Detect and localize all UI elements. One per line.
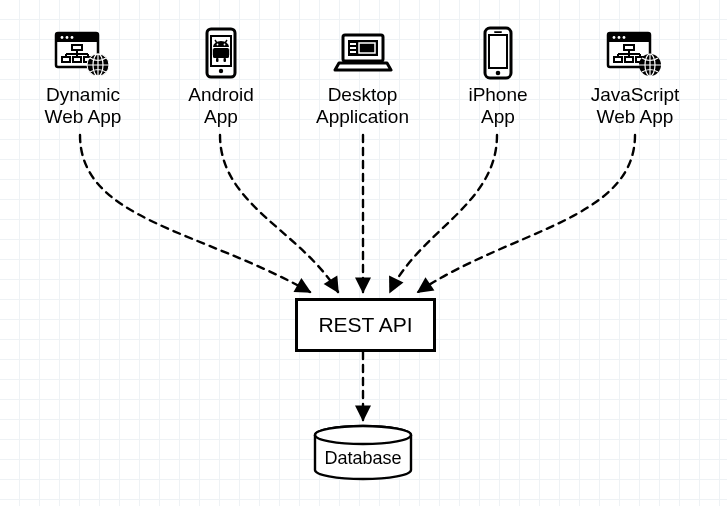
connector-arrows bbox=[0, 0, 727, 506]
